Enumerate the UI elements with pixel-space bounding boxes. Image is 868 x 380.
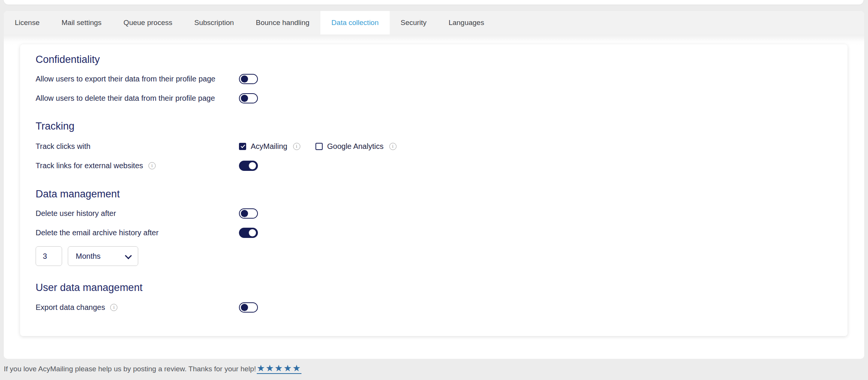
toggle-knob	[241, 304, 248, 311]
row-allow-delete: Allow users to delete their data from th…	[36, 89, 832, 108]
section-title-user-data-management: User data management	[36, 281, 832, 294]
tab-bounce-handling[interactable]: Bounce handling	[245, 11, 321, 34]
info-icon[interactable]: i	[389, 143, 397, 150]
row-allow-export: Allow users to export their data from th…	[36, 69, 832, 88]
review-message: If you love AcyMailing please help us by…	[4, 365, 256, 373]
allow-delete-label: Allow users to delete their data from th…	[36, 94, 215, 103]
row-track-clicks: Track clicks with AcyMailing i Google An…	[36, 137, 832, 156]
review-footer: If you love AcyMailing please help us by…	[4, 364, 301, 374]
acymailing-option: AcyMailing i	[239, 142, 300, 151]
info-icon[interactable]: i	[110, 304, 117, 311]
section-title-tracking: Tracking	[36, 120, 832, 132]
row-label: Track links for external websites i	[36, 161, 239, 170]
export-data-changes-label: Export data changes	[36, 303, 105, 312]
panel-body: Confidentiality Allow users to export th…	[4, 34, 864, 359]
delete-archive-history-label: Delete the email archive history after	[36, 228, 159, 237]
toggle-knob	[249, 229, 256, 236]
tab-security[interactable]: Security	[390, 11, 438, 34]
row-track-links: Track links for external websites i	[36, 156, 832, 175]
row-label: Delete the email archive history after	[36, 228, 239, 237]
row-label: Track clicks with	[36, 142, 239, 151]
allow-export-label: Allow users to export their data from th…	[36, 75, 215, 83]
tab-languages[interactable]: Languages	[437, 11, 495, 34]
tab-mail-settings[interactable]: Mail settings	[51, 11, 113, 34]
delete-archive-history-toggle[interactable]	[239, 228, 258, 238]
google-analytics-option-label: Google Analytics	[327, 142, 384, 151]
allow-delete-toggle[interactable]	[239, 93, 258, 103]
track-links-label: Track links for external websites	[36, 161, 143, 170]
allow-export-toggle[interactable]	[239, 74, 258, 84]
toggle-knob	[249, 162, 256, 169]
archive-duration-row: Months	[36, 246, 832, 266]
toggle-knob	[241, 75, 248, 83]
export-data-changes-toggle[interactable]	[239, 302, 258, 313]
settings-card: Confidentiality Allow users to export th…	[20, 44, 848, 336]
section-title-confidentiality: Confidentiality	[36, 53, 832, 66]
chevron-down-icon	[125, 252, 132, 259]
section-title-data-management: Data management	[36, 188, 832, 200]
toggle-knob	[241, 95, 248, 102]
delete-user-history-label: Delete user history after	[36, 209, 116, 218]
tab-queue-process[interactable]: Queue process	[112, 11, 183, 34]
tab-license[interactable]: License	[4, 11, 51, 34]
settings-page: License Mail settings Queue process Subs…	[0, 0, 868, 380]
duration-unit-value: Months	[76, 252, 101, 261]
google-analytics-checkbox[interactable]	[315, 143, 323, 150]
row-delete-user-history: Delete user history after	[36, 204, 832, 223]
duration-value-input[interactable]	[36, 246, 62, 266]
google-analytics-option: Google Analytics i	[315, 142, 397, 151]
track-clicks-label: Track clicks with	[36, 142, 91, 151]
delete-user-history-toggle[interactable]	[239, 208, 258, 219]
track-links-toggle[interactable]	[239, 161, 258, 171]
info-icon[interactable]: i	[293, 143, 300, 150]
tab-data-collection[interactable]: Data collection	[320, 11, 390, 34]
info-icon[interactable]: i	[148, 162, 156, 169]
settings-tabbar: License Mail settings Queue process Subs…	[4, 11, 864, 34]
row-export-data-changes: Export data changes i	[36, 298, 832, 317]
acymailing-option-label: AcyMailing	[251, 142, 287, 151]
top-toolbar-remnant	[4, 0, 863, 5]
row-label: Allow users to delete their data from th…	[36, 94, 239, 103]
row-label: Delete user history after	[36, 209, 239, 218]
duration-unit-select[interactable]: Months	[68, 246, 138, 266]
acymailing-checkbox[interactable]	[239, 143, 246, 150]
tab-subscription[interactable]: Subscription	[183, 11, 245, 34]
row-delete-archive-history: Delete the email archive history after	[36, 223, 832, 242]
row-label: Allow users to export their data from th…	[36, 75, 239, 83]
toggle-knob	[241, 210, 248, 217]
row-label: Export data changes i	[36, 303, 239, 312]
five-stars-review-link[interactable]: ★★★★★	[257, 364, 301, 374]
settings-panel: License Mail settings Queue process Subs…	[4, 11, 864, 359]
